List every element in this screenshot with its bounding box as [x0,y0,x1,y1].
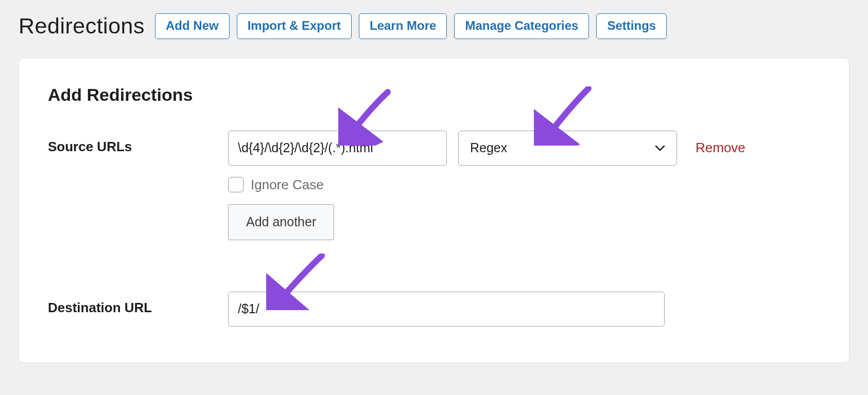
import-export-button[interactable]: Import & Export [237,13,352,39]
manage-categories-button[interactable]: Manage Categories [454,13,589,39]
page-header: Redirections Add New Import & Export Lea… [19,13,849,39]
source-urls-row: Source URLs Regex Remove Ignore Case [48,131,820,240]
destination-url-row: Destination URL [48,292,820,327]
add-new-button[interactable]: Add New [155,13,230,39]
add-another-button[interactable]: Add another [228,204,334,240]
ignore-case-row: Ignore Case [228,177,745,193]
add-redirections-panel: Add Redirections Source URLs Regex Remov… [19,58,849,363]
page-title: Redirections [19,15,145,37]
top-button-bar: Add New Import & Export Learn More Manag… [155,13,667,39]
source-urls-label: Source URLs [48,131,228,155]
chevron-down-icon [655,145,665,151]
settings-button[interactable]: Settings [596,13,667,39]
match-type-value: Regex [470,140,507,155]
match-type-select[interactable]: Regex [458,131,677,166]
source-url-entry: Regex Remove [228,131,745,166]
destination-url-label: Destination URL [48,292,228,316]
ignore-case-label: Ignore Case [251,177,324,193]
remove-source-link[interactable]: Remove [696,140,745,156]
panel-heading: Add Redirections [48,85,820,105]
learn-more-button[interactable]: Learn More [359,13,447,39]
ignore-case-checkbox[interactable] [228,177,244,192]
source-url-input[interactable] [228,131,447,166]
destination-url-input[interactable] [228,292,665,327]
